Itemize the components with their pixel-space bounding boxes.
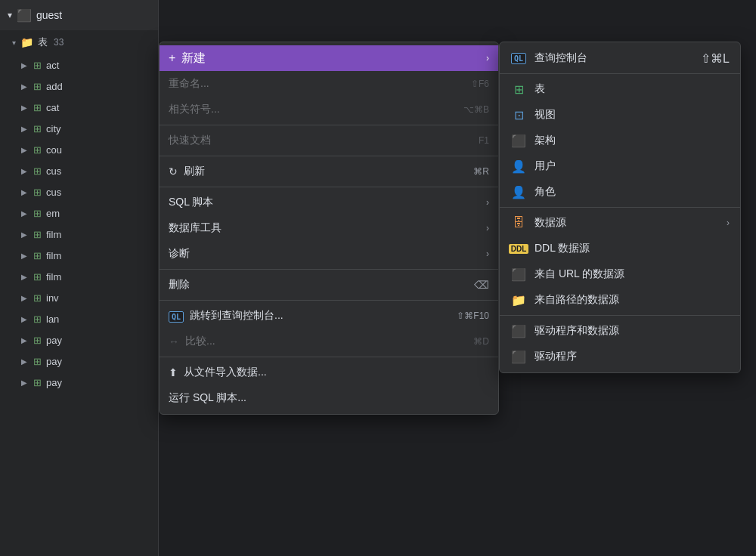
submenu-item-path[interactable]: 📁 来自路径的数据源 <box>500 287 740 313</box>
db-title: guest <box>36 9 62 21</box>
table-item-cat[interactable]: ▶ ⊞ cat <box>0 97 158 118</box>
submenu-item-ddl[interactable]: DDL DDL 数据源 <box>500 236 740 261</box>
shortcut-rename: ⇧F6 <box>471 79 489 89</box>
table-name: cat <box>46 102 59 113</box>
separator-2 <box>160 156 498 156</box>
driver-datasource-icon: ⬛ <box>510 324 527 338</box>
table-name: cus <box>46 165 61 177</box>
submenu-label-view: 视图 <box>534 108 730 122</box>
menu-label-quickdoc: 快速文档 <box>169 134 479 147</box>
table-icon: ⊞ <box>33 81 42 92</box>
menu-label-rename: 重命名... <box>169 77 471 91</box>
table-name: film <box>46 229 61 240</box>
menu-item-delete[interactable]: 删除 ⌫ <box>160 272 498 298</box>
table-item-cus1[interactable]: ▶ ⊞ cus <box>0 160 158 181</box>
separator-6 <box>160 357 498 357</box>
expand-icon: ▶ <box>21 378 29 387</box>
menu-label-refresh: 刷新 <box>184 165 473 178</box>
menu-item-diag[interactable]: 诊断 › <box>160 241 498 267</box>
shortcut-queryconsole: ⇧⌘L <box>701 51 730 66</box>
menu-label-dbtool: 数据库工具 <box>169 221 480 235</box>
menu-item-new[interactable]: + 新建 › <box>160 45 498 71</box>
shortcut-related: ⌥⌘B <box>463 104 489 115</box>
menu-label-runsql: 运行 SQL 脚本... <box>169 391 489 405</box>
sub-separator-2 <box>500 207 740 208</box>
submenu-item-role[interactable]: 👤 角色 <box>500 179 740 205</box>
table-item-film3[interactable]: ▶ ⊞ film <box>0 266 158 287</box>
path-datasource-icon: 📁 <box>510 293 527 307</box>
url-datasource-icon: ⬛ <box>510 267 527 282</box>
table-item-city[interactable]: ▶ ⊞ city <box>0 118 158 139</box>
collapse-arrow[interactable]: ▾ <box>8 10 12 20</box>
tables-section[interactable]: ▾ 📁 表 33 <box>0 30 158 54</box>
table-item-cus2[interactable]: ▶ ⊞ cus <box>0 181 158 202</box>
table-item-cou[interactable]: ▶ ⊞ cou <box>0 139 158 160</box>
expand-icon: ▶ <box>21 230 29 239</box>
submenu-item-queryconsole[interactable]: QL 查询控制台 ⇧⌘L <box>500 45 740 71</box>
table-item-pay1[interactable]: ▶ ⊞ pay <box>0 329 158 351</box>
table-icon: ⊞ <box>33 335 42 346</box>
datasource-chevron: › <box>727 218 730 228</box>
submenu-label-driver: 驱动程序 <box>534 350 730 363</box>
table-item-film1[interactable]: ▶ ⊞ film <box>0 224 158 245</box>
table-name: film <box>46 250 61 261</box>
table-item-add[interactable]: ▶ ⊞ add <box>0 76 158 97</box>
menu-item-sql[interactable]: SQL 脚本 › <box>160 190 498 215</box>
table-item-inv[interactable]: ▶ ⊞ inv <box>0 287 158 308</box>
expand-icon: ▶ <box>21 82 29 91</box>
expand-icon: ▶ <box>21 188 29 196</box>
table-name: cou <box>46 144 62 156</box>
menu-item-runsql[interactable]: 运行 SQL 脚本... <box>160 385 498 411</box>
table-icon: ⊞ <box>33 314 42 325</box>
table-item-pay2[interactable]: ▶ ⊞ pay <box>0 351 158 372</box>
submenu-item-driver[interactable]: ⬛ 驱动程序 <box>500 344 740 369</box>
submenu-item-datasource[interactable]: 🗄 数据源 › <box>500 210 740 236</box>
submenu-item-url[interactable]: ⬛ 来自 URL 的数据源 <box>500 261 740 287</box>
schema-icon: ⬛ <box>510 134 527 148</box>
shortcut-compare: ⌘D <box>473 336 489 347</box>
sub-separator-3 <box>500 315 740 316</box>
separator-3 <box>160 187 498 187</box>
ql-icon-jump: QL <box>169 310 184 322</box>
expand-icon: ▶ <box>21 209 29 218</box>
submenu-item-user[interactable]: 👤 用户 <box>500 153 740 179</box>
submenu-label-url: 来自 URL 的数据源 <box>534 267 730 281</box>
submenu-label-path: 来自路径的数据源 <box>534 293 730 307</box>
submenu-item-schema[interactable]: ⬛ 架构 <box>500 128 740 153</box>
sidebar: ▾ ⬛ guest ▾ 📁 表 33 ▶ ⊞ act ▶ ⊞ add ▶ ⊞ c… <box>0 0 159 556</box>
database-icon: ⬛ <box>17 8 32 23</box>
submenu: QL 查询控制台 ⇧⌘L ⊞ 表 ⊡ 视图 ⬛ 架构 👤 用户 👤 角色 🗄 数… <box>499 42 741 373</box>
datasource-icon: 🗄 <box>510 216 527 230</box>
expand-icon: ▶ <box>21 357 29 366</box>
expand-icon: ▶ <box>21 336 29 344</box>
table-icon: ⊞ <box>33 144 42 156</box>
menu-label-delete: 删除 <box>169 278 474 292</box>
refresh-icon: ↻ <box>169 165 178 178</box>
driver-icon: ⬛ <box>510 350 527 364</box>
sidebar-header: ▾ ⬛ guest <box>0 0 158 30</box>
menu-item-refresh[interactable]: ↻ 刷新 ⌘R <box>160 159 498 184</box>
diag-chevron: › <box>486 249 489 259</box>
table-item-pay3[interactable]: ▶ ⊞ pay <box>0 372 158 393</box>
shortcut-jump: ⇧⌘F10 <box>457 310 489 321</box>
submenu-item-view[interactable]: ⊡ 视图 <box>500 102 740 128</box>
menu-item-jump[interactable]: QL 跳转到查询控制台... ⇧⌘F10 <box>160 303 498 329</box>
menu-label-sql: SQL 脚本 <box>169 196 480 209</box>
table-item-lan[interactable]: ▶ ⊞ lan <box>0 308 158 329</box>
folder-icon: 📁 <box>20 36 33 48</box>
menu-label-compare: 比较... <box>185 335 473 348</box>
table-icon: ⊞ <box>33 250 42 261</box>
expand-icon: ▶ <box>21 294 29 302</box>
plus-icon: + <box>169 51 175 65</box>
menu-item-dbtool[interactable]: 数据库工具 › <box>160 215 498 241</box>
table-icon: ⊞ <box>33 165 42 177</box>
submenu-label-ddl: DDL 数据源 <box>534 242 730 255</box>
table-icon: ⊞ <box>33 292 42 304</box>
import-icon: ⬆ <box>169 366 178 378</box>
table-item-film2[interactable]: ▶ ⊞ film <box>0 245 158 266</box>
submenu-item-driverds[interactable]: ⬛ 驱动程序和数据源 <box>500 318 740 344</box>
table-item-act[interactable]: ▶ ⊞ act <box>0 54 158 76</box>
menu-item-import[interactable]: ⬆ 从文件导入数据... <box>160 360 498 385</box>
submenu-item-table[interactable]: ⊞ 表 <box>500 76 740 102</box>
table-item-em[interactable]: ▶ ⊞ em <box>0 202 158 224</box>
